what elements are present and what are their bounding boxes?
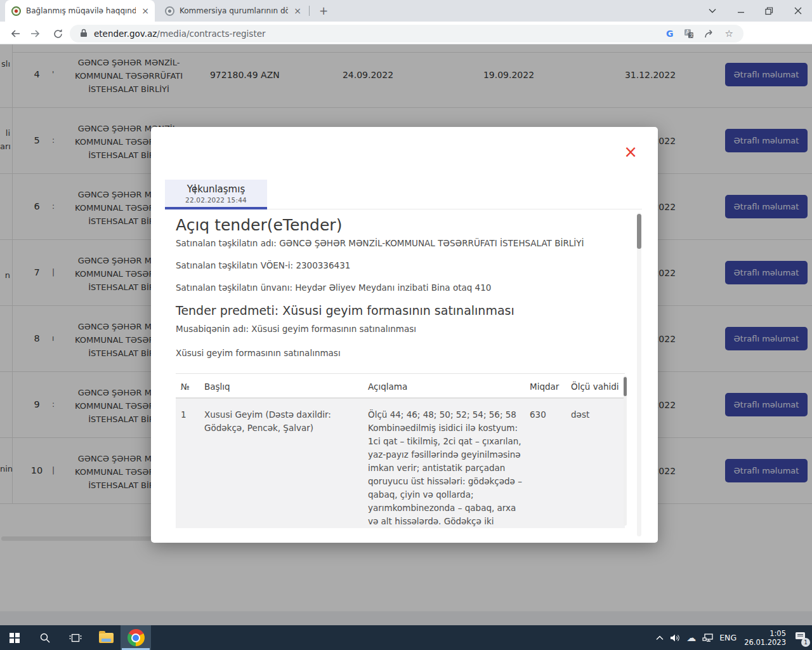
items-table-scrollbar[interactable] (624, 376, 627, 526)
back-button[interactable] (6, 25, 23, 42)
taskbar-search-button[interactable] (30, 625, 60, 650)
window-restore-button[interactable] (755, 0, 783, 22)
language-indicator[interactable]: ENG (719, 633, 737, 642)
search-icon (39, 632, 51, 644)
header-quantity: Miqdar (530, 374, 559, 399)
url-path: /media/contracts-register (157, 29, 265, 39)
new-tab-button[interactable]: + (315, 3, 332, 19)
item-quantity: 630 (530, 408, 546, 421)
clock-time: 1:05 (744, 629, 786, 638)
header-title: Başlıq (204, 374, 230, 399)
volume-icon[interactable] (670, 633, 680, 642)
reload-button[interactable] (49, 25, 66, 42)
status-tab-title: Yekunlaşmış (165, 183, 267, 195)
page-viewport: slı 4 ' GƏNCƏ ŞƏHƏR MƏNZİL- KOMMUNAL TƏS… (0, 44, 812, 625)
header-description: Açıqlama (368, 374, 407, 399)
items-table-scrollbar-thumb[interactable] (624, 377, 627, 396)
text-cursor (195, 184, 195, 194)
clock-date: 26.01.2023 (744, 638, 786, 647)
forward-button[interactable] (28, 25, 44, 42)
tab-close-icon[interactable]: × (288, 6, 307, 16)
windows-taskbar: ☁ ENG 1:05 26.01.2023 1 (0, 625, 812, 650)
tab-divider (309, 6, 310, 16)
lot-name-line: Xüsusi geyim formasının satınalınması (176, 348, 341, 358)
browser-tab-inactive[interactable]: Kommersiya qurumlarının dövlət × (159, 0, 307, 22)
tab-title: Bağlanmış müqavilə haqqında mə (26, 6, 136, 15)
browser-tab-strip: Bağlanmış müqavilə haqqında mə × Kommers… (0, 0, 812, 22)
browser-tab-active[interactable]: Bağlanmış müqavilə haqqında mə × (5, 0, 155, 22)
tab-title: Kommersiya qurumlarının dövlət (180, 6, 288, 15)
url-text: etender.gov.az/media/contracts-register (94, 29, 266, 39)
buyer-voen-line: Satınalan təşkilatın VÖEN-i: 2300336431 (176, 260, 350, 270)
lock-icon (80, 28, 88, 40)
chrome-taskbar-button[interactable] (121, 625, 151, 650)
browser-toolbar: etender.gov.az/media/contracts-register … (0, 22, 812, 44)
site-favicon-icon (11, 6, 21, 16)
task-view-button[interactable] (61, 625, 90, 650)
notification-center-button[interactable]: 1 (795, 632, 806, 644)
chrome-icon (128, 629, 145, 646)
folder-icon (99, 633, 114, 643)
start-button[interactable] (0, 625, 29, 650)
share-icon[interactable] (704, 29, 715, 39)
window-minimize-button[interactable] (726, 0, 755, 22)
item-description: Ölçü 44; 46; 48; 50; 52; 54; 56; 58 Komb… (368, 408, 534, 528)
svg-text:文: 文 (690, 32, 694, 38)
window-close-button[interactable] (783, 0, 812, 22)
item-title: Xususi Geyim (Dəstə daxildir: Gödəkçə, P… (204, 408, 353, 435)
taskbar-clock[interactable]: 1:05 26.01.2023 (744, 629, 786, 647)
competition-name-line: Musabiqənin adı: Xüsusi geyim formasının… (176, 324, 416, 334)
bookmark-star-icon[interactable]: ☆ (725, 28, 733, 39)
modal-scrollbar-thumb[interactable] (637, 214, 641, 249)
modal-close-icon[interactable]: × (624, 143, 638, 160)
network-icon[interactable] (702, 633, 713, 642)
item-no: 1 (181, 408, 187, 421)
buyer-name-line: Satınalan təşkilatın adı: GƏNCƏ ŞƏHƏR MƏ… (176, 238, 584, 248)
tender-details-modal: × Yekunlaşmış 22.02.2022 15:44 Açıq tend… (151, 127, 658, 543)
item-unit: dəst (571, 408, 589, 421)
notification-badge: 1 (801, 638, 810, 647)
windows-logo-icon (10, 633, 20, 643)
items-table-header: № Başlıq Açıqlama Miqdar Ölçü vahidi (176, 373, 625, 399)
tab-close-icon[interactable]: × (136, 6, 155, 16)
buyer-address-line: Satınalan təşkilatın ünvanı: Heydər Əliy… (176, 282, 491, 293)
address-bar[interactable]: etender.gov.az/media/contracts-register … (70, 25, 743, 43)
translate-icon[interactable]: A文 (684, 29, 694, 39)
modal-scrollbar[interactable] (637, 213, 641, 536)
tab-row-divider (267, 209, 642, 209)
url-domain: etender.gov.az (94, 29, 157, 39)
tender-type-title: Açıq tender(eTender) (176, 216, 342, 234)
google-icon[interactable]: G (666, 29, 674, 39)
tray-chevron-up-icon[interactable] (656, 635, 664, 640)
items-table-row: 1 Xususi Geyim (Dəstə daxildir: Gödəkçə,… (176, 399, 625, 528)
tab-search-chevron-icon[interactable] (698, 0, 726, 22)
site-favicon-icon (165, 6, 174, 16)
tender-subject-title: Tender predmeti: Xüsusi geyim formasının… (176, 303, 514, 317)
tab-status-finished[interactable]: Yekunlaşmış 22.02.2022 15:44 (165, 180, 267, 209)
items-table: № Başlıq Açıqlama Miqdar Ölçü vahidi 1 X… (176, 373, 625, 528)
header-unit: Ölçü vahidi (571, 374, 619, 399)
status-tab-datetime: 22.02.2022 15:44 (165, 196, 267, 204)
onedrive-cloud-icon[interactable]: ☁ (686, 632, 696, 644)
task-view-icon (69, 633, 82, 643)
header-no: № (181, 374, 190, 399)
file-explorer-button[interactable] (91, 625, 121, 650)
